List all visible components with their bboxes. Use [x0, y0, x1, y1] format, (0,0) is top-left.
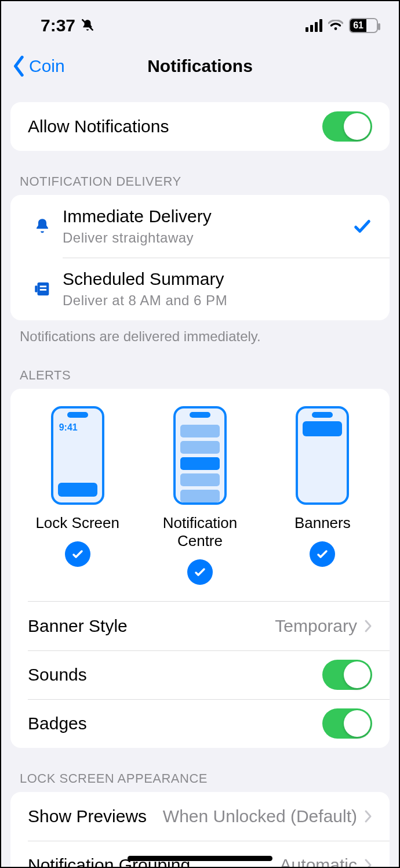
battery-icon: 61 [349, 18, 378, 33]
svg-point-1 [334, 27, 337, 30]
notification-centre-preview-icon [173, 406, 227, 505]
delivery-immediate-row[interactable]: Immediate Delivery Deliver straightaway [10, 195, 390, 258]
alert-lockscreen-option[interactable]: 9:41 Lock Screen [20, 406, 136, 585]
chevron-left-icon [12, 56, 27, 77]
allow-notifications-toggle[interactable] [322, 111, 372, 142]
sounds-label: Sounds [28, 665, 87, 685]
back-label: Coin [29, 56, 65, 76]
alert-lockscreen-check[interactable] [65, 541, 90, 567]
bell-mute-icon [80, 18, 95, 33]
lockscreen-preview-icon: 9:41 [51, 406, 104, 505]
status-time: 7:37 [41, 16, 75, 35]
alert-notification-centre-option[interactable]: Notification Centre [142, 406, 258, 585]
badges-label: Badges [28, 714, 87, 733]
allow-notifications-label: Allow Notifications [28, 117, 169, 136]
battery-level: 61 [350, 19, 366, 32]
show-previews-value: When Unlocked (Default) [163, 806, 357, 826]
allow-notifications-row[interactable]: Allow Notifications [10, 102, 390, 151]
bell-icon [32, 216, 52, 236]
banner-style-label: Banner Style [28, 616, 128, 636]
alert-banners-check[interactable] [310, 541, 335, 567]
show-previews-row[interactable]: Show Previews When Unlocked (Default) [10, 792, 390, 841]
checkmark-icon [352, 216, 372, 236]
summary-icon [32, 279, 52, 299]
svg-rect-4 [40, 285, 46, 287]
banner-style-row[interactable]: Banner Style Temporary [10, 602, 390, 650]
sounds-row[interactable]: Sounds [10, 650, 390, 699]
chevron-right-icon [364, 809, 372, 823]
alert-lockscreen-label: Lock Screen [35, 514, 119, 532]
back-button[interactable]: Coin [12, 56, 65, 77]
svg-rect-5 [40, 289, 46, 291]
checkmark-icon [193, 565, 207, 579]
delivery-scheduled-sub: Deliver at 8 AM and 6 PM [63, 292, 227, 309]
delivery-immediate-title: Immediate Delivery [63, 207, 212, 226]
badges-toggle[interactable] [322, 708, 372, 739]
banner-style-value: Temporary [275, 616, 357, 636]
wifi-icon [328, 20, 343, 31]
status-bar: 7:37 61 [1, 8, 399, 43]
checkmark-icon [71, 547, 85, 561]
delivery-footer: Notifications are delivered immediately. [10, 320, 390, 345]
delivery-scheduled-row[interactable]: Scheduled Summary Deliver at 8 AM and 6 … [10, 258, 390, 320]
alerts-header: ALERTS [10, 357, 390, 389]
alert-nc-check[interactable] [187, 559, 213, 585]
cellular-icon [306, 19, 322, 32]
chevron-right-icon [364, 858, 372, 868]
notification-grouping-value: Automatic [280, 855, 357, 868]
checkmark-icon [315, 547, 329, 561]
svg-rect-3 [35, 285, 37, 292]
banners-preview-icon [296, 406, 349, 505]
alert-banners-option[interactable]: Banners [264, 406, 380, 585]
badges-row[interactable]: Badges [10, 699, 390, 748]
notification-grouping-row[interactable]: Notification Grouping Automatic [10, 841, 390, 868]
status-left: 7:37 [41, 16, 95, 35]
delivery-header: NOTIFICATION DELIVERY [10, 164, 390, 195]
delivery-immediate-sub: Deliver straightaway [63, 230, 212, 246]
chevron-right-icon [364, 619, 372, 633]
nav-bar: Coin Notifications [1, 43, 399, 89]
sounds-toggle[interactable] [322, 660, 372, 690]
show-previews-label: Show Previews [28, 806, 147, 826]
alert-banners-label: Banners [294, 514, 351, 532]
delivery-scheduled-title: Scheduled Summary [63, 269, 227, 289]
home-indicator[interactable] [128, 856, 272, 861]
alert-nc-label: Notification Centre [142, 514, 258, 550]
status-right: 61 [306, 18, 378, 33]
lockscreen-header: LOCK SCREEN APPEARANCE [10, 761, 390, 792]
